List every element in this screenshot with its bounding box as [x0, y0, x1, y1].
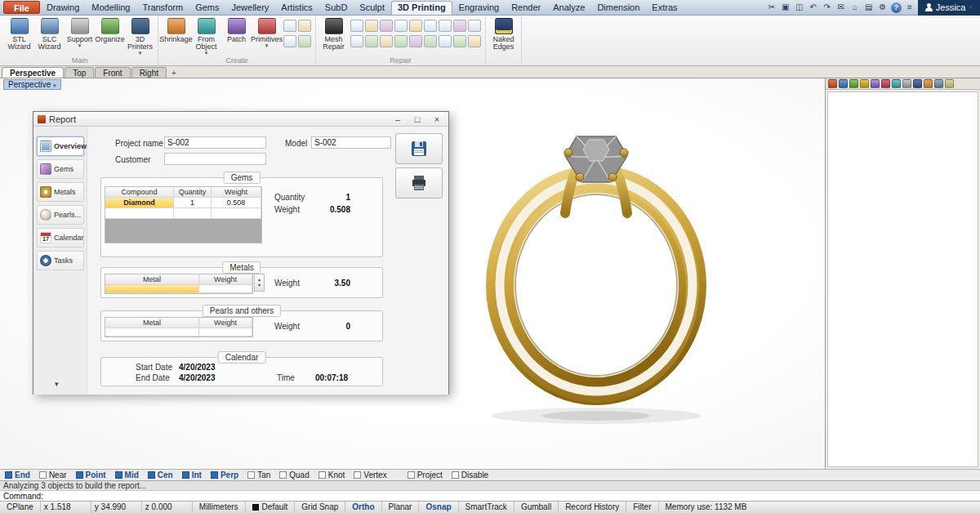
metals-table-row[interactable]: [105, 285, 252, 293]
menu-artistics[interactable]: Artistics: [275, 1, 318, 14]
create-tool-icon[interactable]: [298, 20, 311, 32]
filter-toggle[interactable]: Filter: [626, 502, 658, 513]
copy-icon[interactable]: ▣: [780, 2, 791, 13]
stl-wizard-button[interactable]: STL Wizard: [4, 16, 34, 51]
osnap-perp[interactable]: Perp: [211, 471, 238, 480]
panel-icon-display[interactable]: [849, 79, 858, 88]
repair-tool-icon[interactable]: [468, 35, 481, 47]
smarttrack-toggle[interactable]: SmartTrack: [459, 502, 514, 513]
menu-extras[interactable]: Extras: [646, 1, 683, 14]
menu-transform[interactable]: Transform: [136, 1, 189, 14]
tab-tasks[interactable]: Tasks: [37, 251, 84, 270]
paste-icon[interactable]: ◫: [794, 2, 805, 13]
panel-icon-notes[interactable]: [892, 79, 901, 88]
osnap-tan[interactable]: Tan: [247, 471, 270, 480]
tab-top[interactable]: Top: [65, 67, 94, 78]
support-button[interactable]: Support ▾: [65, 16, 95, 48]
repair-tool-icon[interactable]: [394, 20, 408, 32]
command-input-line[interactable]: Command:: [0, 490, 980, 501]
patch-button[interactable]: Patch: [221, 16, 252, 43]
osnap-toggle[interactable]: Osnap: [419, 502, 458, 513]
add-viewport-tab-button[interactable]: +: [167, 69, 180, 78]
close-icon[interactable]: ×: [427, 113, 447, 126]
osnap-vertex[interactable]: Vertex: [354, 471, 386, 480]
repair-tool-icon[interactable]: [468, 20, 481, 32]
menu-modelling[interactable]: Modelling: [86, 1, 136, 14]
repair-tool-icon[interactable]: [394, 35, 408, 47]
shrinkage-button[interactable]: Shrinkage: [161, 16, 191, 43]
undo-icon[interactable]: ↶: [808, 2, 819, 13]
create-tool-icon[interactable]: [298, 35, 311, 47]
menu-render[interactable]: Render: [506, 1, 546, 14]
slc-wizard-button[interactable]: SLC Wizard: [34, 16, 65, 51]
menu-jewellery[interactable]: Jewellery: [225, 1, 274, 14]
mail-icon[interactable]: ✉: [835, 2, 847, 13]
tab-metals[interactable]: Metals: [37, 182, 84, 202]
file-menu-button[interactable]: File: [3, 1, 40, 14]
units-indicator[interactable]: Millimeters: [193, 502, 246, 513]
scissors-icon[interactable]: ✂: [766, 2, 777, 13]
repair-tool-icon[interactable]: [424, 20, 437, 32]
planar-toggle[interactable]: Planar: [382, 502, 420, 513]
redo-icon[interactable]: ↷: [822, 2, 833, 13]
repair-tool-icon[interactable]: [365, 35, 378, 47]
panel-icon-materials[interactable]: [871, 79, 880, 88]
tab-gems[interactable]: Gems: [37, 159, 84, 179]
menu-gems[interactable]: Gems: [189, 1, 225, 14]
metals-row-stepper[interactable]: ▴ ▾: [254, 274, 265, 292]
tab-scroll-down-icon[interactable]: ▾: [55, 380, 59, 388]
record-history-toggle[interactable]: Record History: [559, 502, 626, 513]
gumball-toggle[interactable]: Gumball: [514, 502, 559, 513]
naked-edges-button[interactable]: Naked Edges: [488, 16, 519, 51]
project-name-input[interactable]: [164, 136, 266, 149]
gear-icon[interactable]: ⚙: [877, 2, 889, 13]
perspective-viewport[interactable]: Perspective ▾: [0, 78, 825, 469]
menu-subd[interactable]: SubD: [319, 1, 354, 14]
viewport-title-dropdown[interactable]: Perspective ▾: [3, 79, 61, 90]
osnap-int[interactable]: Int: [182, 471, 202, 480]
repair-tool-icon[interactable]: [365, 20, 378, 32]
gems-table[interactable]: Compound Quantity Weight Diamond 1 0.508: [105, 186, 262, 243]
grid-snap-toggle[interactable]: Grid Snap: [295, 502, 345, 513]
gems-table-empty-row[interactable]: [105, 208, 261, 219]
cplane-button[interactable]: CPlane: [0, 502, 41, 513]
osnap-end[interactable]: End: [5, 471, 30, 480]
repair-tool-icon[interactable]: [409, 20, 422, 32]
panel-icon-environment[interactable]: [913, 79, 922, 88]
menu-3d-printing[interactable]: 3D Printing: [391, 1, 452, 15]
osnap-point[interactable]: Point: [76, 471, 106, 480]
repair-tool-icon[interactable]: [350, 35, 363, 47]
ortho-toggle[interactable]: Ortho: [345, 502, 381, 513]
repair-tool-icon[interactable]: [439, 35, 452, 47]
repair-tool-icon[interactable]: [350, 20, 363, 32]
gems-table-row[interactable]: Diamond 1 0.508: [105, 198, 261, 208]
primitives-button[interactable]: Primitives ▾: [252, 16, 282, 48]
stepper-up-icon[interactable]: ▴: [258, 277, 261, 283]
panel-icon-layers[interactable]: [839, 79, 848, 88]
panel-icon-properties[interactable]: [828, 79, 837, 88]
metals-table[interactable]: Metal Weight: [105, 274, 253, 294]
repair-tool-icon[interactable]: [439, 20, 452, 32]
stepper-down-icon[interactable]: ▾: [258, 283, 261, 288]
menu-dimension[interactable]: Dimension: [591, 1, 645, 14]
panel-content-area[interactable]: [827, 91, 978, 467]
cell-weight[interactable]: 0.508: [212, 198, 261, 208]
3d-printers-button[interactable]: 3D Printers ▾: [125, 16, 155, 56]
organize-button[interactable]: Organize: [95, 16, 125, 43]
repair-tool-icon[interactable]: [409, 35, 422, 47]
user-account-button[interactable]: Jessica ▾: [918, 0, 980, 16]
help-icon[interactable]: ?: [891, 2, 902, 13]
pearls-table[interactable]: Metal Weight: [105, 317, 253, 337]
osnap-knot[interactable]: Knot: [318, 471, 345, 480]
tab-right[interactable]: Right: [131, 67, 167, 78]
osnap-cen[interactable]: Cen: [148, 471, 173, 480]
menu-drawing[interactable]: Drawing: [41, 1, 85, 14]
send-to-printer-button[interactable]: [395, 167, 443, 199]
menu-engraving[interactable]: Engraving: [453, 1, 506, 14]
panel-icon-help[interactable]: [860, 79, 869, 88]
cell-quantity[interactable]: 1: [174, 198, 212, 208]
osnap-project[interactable]: Project: [408, 471, 443, 480]
panel-icon-settings[interactable]: [902, 79, 911, 88]
from-object-button[interactable]: From Object ▾: [191, 16, 221, 56]
pearls-table-empty-row[interactable]: [105, 328, 252, 337]
